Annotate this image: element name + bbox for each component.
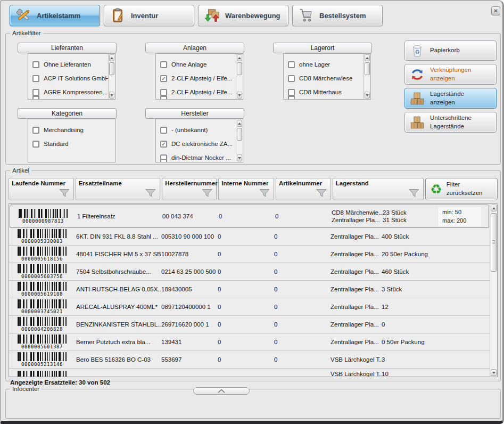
- filter-listbox-kategorien: MerchandisingStandard: [28, 119, 115, 162]
- scrollbar-thumb[interactable]: [237, 62, 242, 75]
- table-row[interactable]: 00000009878131 Filtereinsatz00 043 37400…: [10, 205, 489, 228]
- list-item[interactable]: ohne Lager: [288, 58, 366, 71]
- interne-nummer-cell: 0: [218, 233, 274, 240]
- column-header-herstellernummer[interactable]: Herstellernummer: [162, 178, 217, 200]
- list-item[interactable]: CD8 Märchenwiese: [288, 71, 366, 85]
- tab-inventur[interactable]: Inventur: [104, 5, 194, 26]
- filter-funnel-icon[interactable]: [201, 189, 213, 199]
- list-scrollbar[interactable]: [236, 119, 243, 162]
- side-button-verknüpfungen-anzeigen[interactable]: Verknüpfungen anzeigen: [404, 64, 497, 85]
- lagerstand-cell: Zentrallager Pla...: [331, 304, 382, 310]
- checkbox[interactable]: [32, 141, 39, 148]
- filter-list-title-hersteller[interactable]: Hersteller: [145, 108, 244, 119]
- checkbox[interactable]: [32, 127, 39, 134]
- filter-list-title-anlagen[interactable]: Anlagen: [145, 43, 244, 53]
- herstellernummer-cell: 10027878: [161, 251, 218, 257]
- lagermenge-text: 20 50er Packung: [382, 251, 437, 257]
- checkbox[interactable]: [32, 75, 39, 82]
- checkbox-checked[interactable]: ✓: [160, 141, 167, 148]
- scrollbar-thumb[interactable]: [491, 213, 497, 272]
- checkbox[interactable]: [160, 89, 167, 96]
- column-header-artikelnummer[interactable]: Artikelnummer: [276, 178, 331, 200]
- list-item[interactable]: ✓2-CLF Alpsteig / Elfe...: [160, 71, 238, 85]
- list-item[interactable]: ✓DC elektronische ZA...: [160, 137, 238, 151]
- filter-funnel-icon[interactable]: [408, 189, 420, 199]
- table-row[interactable]: 00000053300036KT. DIN 931 FKL 8.8 Stahl …: [9, 228, 490, 246]
- tab-bestellsystem[interactable]: Bestellsystem: [292, 5, 383, 26]
- list-scrollbar[interactable]: [363, 54, 370, 99]
- list-item[interactable]: din-Dietmar Nocker ...: [160, 151, 238, 162]
- filter-list-title-lagerort[interactable]: Lagerort: [273, 43, 372, 53]
- list-item[interactable]: CD8 Mitterhaus: [288, 85, 366, 99]
- list-item[interactable]: AGRE Kompressoren...: [32, 85, 111, 99]
- scrollbar-thumb[interactable]: [237, 128, 242, 141]
- checkbox[interactable]: [288, 75, 295, 82]
- column-header-ersatzteilname[interactable]: Ersatzteilname: [76, 178, 161, 200]
- side-button-unterschrittene-lagerstände[interactable]: Unterschrittene Lagerstände: [404, 112, 497, 133]
- barcode-image: [18, 264, 67, 273]
- scroll-up-icon[interactable]: [237, 54, 242, 61]
- side-button-lagerstände-anzeigen[interactable]: Lagerstände anzeigen: [404, 88, 497, 109]
- lagerstand-menge-cell: 3: [382, 356, 437, 363]
- tab-warenbewegung[interactable]: Warenbewegung: [198, 5, 288, 26]
- filter-funnel-icon[interactable]: [259, 189, 270, 199]
- list-item[interactable]: Merchandising: [32, 123, 111, 137]
- side-button-papierkorb[interactable]: ♻Papierkorb: [404, 40, 497, 61]
- list-item[interactable]: - (unbekannt): [160, 123, 238, 137]
- table-scrollbar[interactable]: [490, 204, 497, 377]
- checkbox[interactable]: [32, 61, 39, 68]
- scroll-down-icon[interactable]: [491, 369, 497, 376]
- checkbox[interactable]: [160, 61, 167, 68]
- table-row[interactable]: 0000005213146Bero BES 516326 BO C-035536…: [9, 351, 490, 369]
- table-row[interactable]: 0000004206828BENZINKANISTER STAHLBL...26…: [9, 316, 490, 333]
- checkbox[interactable]: [32, 89, 39, 96]
- filter-list-title-kategorien[interactable]: Kategorien: [18, 108, 117, 119]
- filter-reset-button[interactable]: ♻ Filter zurücksetzen: [425, 178, 498, 200]
- table-row[interactable]: 00000056037567504 Selbstbohrschraube...0…: [9, 263, 490, 281]
- checkbox[interactable]: [288, 61, 295, 68]
- list-item[interactable]: Standard: [32, 137, 111, 151]
- table-row[interactable]: VSB Lärchkogel T...10: [9, 369, 490, 377]
- checkbox-checked[interactable]: ✓: [160, 75, 167, 82]
- column-header-interne-nummer[interactable]: Interne Nummer: [218, 178, 274, 200]
- scroll-up-icon[interactable]: [237, 120, 242, 127]
- table-row[interactable]: 000000561815648041 FISCHER HM 5 x 37 SB1…: [9, 246, 490, 263]
- scroll-down-icon[interactable]: [109, 92, 114, 99]
- column-header-laufende-nummer[interactable]: Laufende Nummer: [9, 178, 74, 200]
- scrollbar-thumb[interactable]: [109, 62, 114, 75]
- interne-nummer-cell: 0: [219, 213, 275, 219]
- column-header-lagerstand[interactable]: Lagerstand: [333, 178, 424, 200]
- list-item[interactable]: Ohne Anlage: [160, 58, 238, 71]
- checkbox[interactable]: [288, 89, 295, 96]
- ersatzteilname-cell: BENZINKANISTER STAHLBL...: [76, 321, 161, 328]
- scroll-up-icon[interactable]: [491, 205, 497, 211]
- barcode-cell: 0000003745021: [9, 299, 76, 314]
- scroll-up-icon[interactable]: [365, 54, 370, 61]
- scroll-down-icon[interactable]: [237, 92, 242, 99]
- tools-icon: [15, 7, 31, 23]
- infocenter-collapse-button[interactable]: [193, 387, 250, 395]
- filter-list-title-lieferanten[interactable]: Lieferanten: [18, 43, 117, 53]
- scroll-down-icon[interactable]: [237, 154, 242, 161]
- table-row[interactable]: 0000003745021ARECAL-ALUSPRAY 400ML*08971…: [9, 298, 490, 316]
- filter-funnel-icon[interactable]: [59, 189, 70, 199]
- list-scrollbar[interactable]: [108, 54, 115, 99]
- list-item[interactable]: ACP IT Solutions GmbH: [32, 71, 111, 85]
- tab-artikelstamm[interactable]: Artikelstamm: [10, 5, 100, 26]
- list-item-label: Merchandising: [44, 127, 84, 133]
- list-item-label: DC elektronische ZA...: [171, 141, 233, 147]
- checkbox[interactable]: [160, 127, 167, 134]
- scroll-up-icon[interactable]: [109, 54, 114, 61]
- lagerort-text: Zentrallager Pla...: [331, 286, 382, 292]
- scrollbar-thumb[interactable]: [365, 62, 370, 75]
- lagermenge-text: 400 Stück: [382, 233, 437, 240]
- table-row[interactable]: 0000005601387Berner Putztuch extra bla..…: [9, 333, 490, 351]
- list-item[interactable]: 2-CLF Alpsteig / Elfe...: [160, 85, 238, 99]
- close-button[interactable]: ✕: [491, 6, 500, 15]
- filter-funnel-icon[interactable]: [316, 189, 327, 199]
- list-item[interactable]: Ohne Lieferanten: [32, 58, 111, 71]
- scroll-down-icon[interactable]: [365, 92, 370, 99]
- table-row[interactable]: 0000005619108ANTI-RUTSCH-BELAG 0,05X...1…: [9, 281, 490, 298]
- filter-funnel-icon[interactable]: [145, 189, 156, 199]
- list-scrollbar[interactable]: [236, 54, 243, 99]
